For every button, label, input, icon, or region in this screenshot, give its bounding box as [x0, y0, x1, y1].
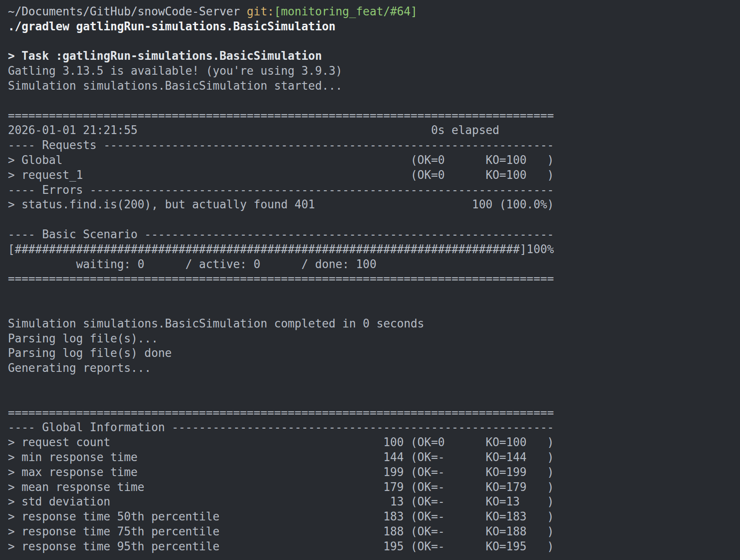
simulation-completed-line: Simulation simulations.BasicSimulation c… — [8, 316, 740, 331]
simulation-started-line: Simulation simulations.BasicSimulation s… — [8, 79, 740, 94]
text-segment-plain: Simulation simulations.BasicSimulation c… — [8, 317, 424, 330]
generating-reports-line: Generating reports... — [8, 361, 740, 376]
text-segment-plain: > response time 95th percentile 195 (OK=… — [8, 540, 554, 553]
text-segment-plain: > std deviation 13 (OK=- KO=13 ) — [8, 495, 554, 508]
text-segment-plain: ---- Errors ----------------------------… — [8, 183, 554, 196]
terminal-window: ~/Documents/GitHub/snowCode-Server git:[… — [0, 0, 740, 560]
text-segment-plain: [#######################################… — [8, 243, 554, 256]
text-segment-boldsub: > Task :gatlingRun-simulations.BasicSimu… — [8, 49, 322, 62]
blank-line — [8, 376, 740, 391]
prompt-line: ~/Documents/GitHub/snowCode-Server git:[… — [8, 4, 740, 19]
text-segment-plain: Parsing log file(s)... — [8, 332, 158, 345]
parsing-done-line: Parsing log file(s) done — [8, 346, 740, 361]
stat-p50-line: > response time 50th percentile 183 (OK=… — [8, 509, 740, 524]
text-segment-plain: Gatling 3.13.5 is available! (you're usi… — [8, 64, 342, 77]
text-segment-path: ~/Documents/GitHub/snowCode-Server — [8, 5, 247, 18]
blank-line — [8, 287, 740, 302]
text-segment-plain: 2026-01-01 21:21:55 0s elapsed — [8, 124, 499, 137]
text-segment-bold: ./gradlew gatlingRun-simulations.BasicSi… — [8, 20, 336, 33]
blank-line — [8, 391, 740, 406]
stat-max-response-line: > max response time 199 (OK=- KO=199 ) — [8, 465, 740, 480]
text-segment-plain: ========================================… — [8, 406, 554, 419]
blank-line — [8, 34, 740, 49]
text-segment-plain: waiting: 0 / active: 0 / done: 100 — [8, 258, 377, 271]
progress-bar-line: [#######################################… — [8, 242, 740, 257]
parsing-line: Parsing log file(s)... — [8, 331, 740, 346]
stat-std-deviation-line: > std deviation 13 (OK=- KO=13 ) — [8, 495, 740, 509]
text-segment-plain: Simulation simulations.BasicSimulation s… — [8, 79, 342, 92]
text-segment-plain: ========================================… — [8, 109, 554, 122]
text-segment-plain: > request_1 (OK=0 KO=100 ) — [8, 168, 554, 182]
terminal-output[interactable]: ~/Documents/GitHub/snowCode-Server git:[… — [0, 0, 740, 554]
stat-request-count-line: > request count 100 (OK=0 KO=100 ) — [8, 435, 740, 450]
rule-line: ========================================… — [8, 109, 740, 124]
stat-min-response-line: > min response time 144 (OK=- KO=144 ) — [8, 450, 740, 465]
stat-mean-response-line: > mean response time 179 (OK=- KO=179 ) — [8, 480, 740, 495]
text-segment-plain: ---- Global Information ----------------… — [8, 421, 554, 434]
rule-line: ========================================… — [8, 406, 740, 421]
timestamp-line: 2026-01-01 21:21:55 0s elapsed — [8, 123, 740, 138]
stat-p75-line: > response time 75th percentile 188 (OK=… — [8, 524, 740, 539]
requests-subtitle-line: ---- Requests --------------------------… — [8, 138, 740, 153]
stat-p95-line: > response time 95th percentile 195 (OK=… — [8, 539, 740, 554]
blank-line — [8, 302, 740, 316]
blank-line — [8, 212, 740, 227]
text-segment-plain: Generating reports... — [8, 361, 151, 375]
errors-subtitle-line: ---- Errors ----------------------------… — [8, 183, 740, 198]
text-segment-plain: > min response time 144 (OK=- KO=144 ) — [8, 451, 554, 464]
text-segment-plain: > response time 50th percentile 183 (OK=… — [8, 510, 554, 523]
scenario-subtitle-line: ---- Basic Scenario --------------------… — [8, 227, 740, 242]
global-info-subtitle-line: ---- Global Information ----------------… — [8, 420, 740, 435]
text-segment-yellow: git: — [247, 5, 274, 18]
text-segment-plain: ---- Requests --------------------------… — [8, 138, 554, 152]
text-segment-plain: ---- Basic Scenario --------------------… — [8, 228, 554, 241]
text-segment-plain: > status.find.is(200), but actually foun… — [8, 198, 554, 211]
command-line: ./gradlew gatlingRun-simulations.BasicSi… — [8, 19, 740, 34]
task-line: > Task :gatlingRun-simulations.BasicSimu… — [8, 49, 740, 64]
error-detail-line: > status.find.is(200), but actually foun… — [8, 197, 740, 212]
request1-counter-line: > request_1 (OK=0 KO=100 ) — [8, 168, 740, 183]
text-segment-plain: > max response time 199 (OK=- KO=199 ) — [8, 465, 554, 479]
text-segment-green: [monitoring_feat/#64] — [274, 5, 417, 18]
text-segment-plain: > response time 75th percentile 188 (OK=… — [8, 525, 554, 538]
text-segment-plain: Parsing log file(s) done — [8, 346, 172, 360]
rule-line: ========================================… — [8, 272, 740, 287]
text-segment-plain: > mean response time 179 (OK=- KO=179 ) — [8, 480, 554, 494]
text-segment-plain: > request count 100 (OK=0 KO=100 ) — [8, 436, 554, 449]
text-segment-plain: ========================================… — [8, 272, 554, 285]
blank-line — [8, 94, 740, 109]
scenario-status-line: waiting: 0 / active: 0 / done: 100 — [8, 257, 740, 272]
global-counter-line: > Global (OK=0 KO=100 ) — [8, 153, 740, 168]
gatling-version-line: Gatling 3.13.5 is available! (you're usi… — [8, 64, 740, 79]
text-segment-plain: > Global (OK=0 KO=100 ) — [8, 153, 554, 167]
